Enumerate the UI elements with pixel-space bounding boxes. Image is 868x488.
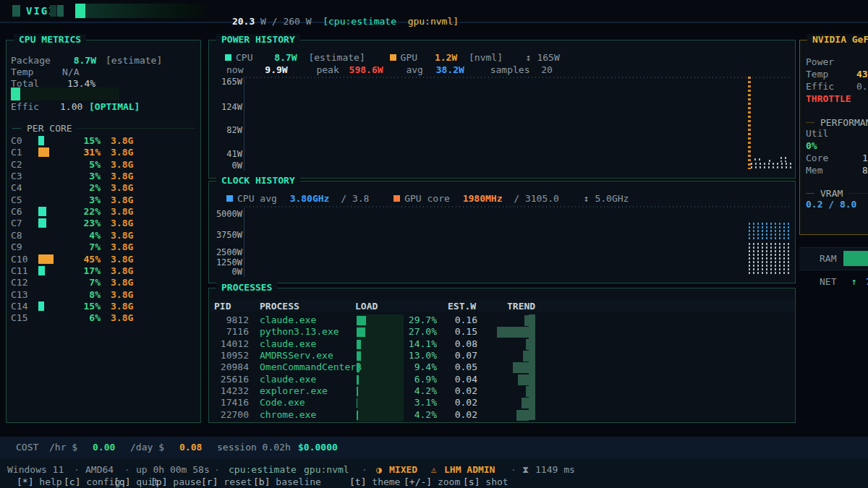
clock-ytick: 2500W [212, 247, 242, 257]
core-row: C131%3.8G [7, 147, 199, 158]
clock-ytick: 1250W [212, 257, 242, 267]
core-row: C25%3.8G [7, 159, 199, 171]
process-name: claude.exe [260, 374, 316, 385]
power-ytick: 41W [212, 149, 242, 159]
shortcut-key: [c] [64, 476, 80, 487]
process-row: 9812claude.exe29.7%0.16 [209, 314, 793, 326]
process-load-bar [357, 375, 359, 385]
core-pct: 2% [57, 182, 101, 193]
gpu-source-tag: gpu:nvml] [408, 16, 459, 27]
shortcut-key: [*] [17, 476, 33, 487]
core-pct: 22% [57, 206, 101, 217]
process-pid: 20984 [214, 361, 249, 372]
gpu-power-value: 1.2W [435, 52, 457, 63]
core-name: C5 [11, 194, 22, 205]
process-est-watts: 0.05 [430, 361, 477, 372]
avg-value: 38.2W [436, 64, 464, 75]
help-shortcut[interactable]: [b] baseline [253, 476, 321, 487]
process-row: 14012claude.exe14.1%0.08 [209, 338, 793, 350]
separator-dot: · [124, 464, 130, 475]
shortcut-key: [s] [463, 476, 480, 487]
process-trend-segment [524, 315, 529, 326]
core-name: C9 [11, 241, 22, 252]
process-pid: 25616 [214, 374, 249, 385]
status-gpu-source: gpu:nvml [304, 464, 349, 475]
power-range: ↕ 165W [526, 52, 560, 63]
status-area: Windows 11 · AMD64 · up 0h 00m 58s · cpu… [0, 458, 868, 488]
shortcut-label: help [39, 476, 61, 487]
effic-tag: [OPTIMAL] [89, 101, 140, 112]
core-row: C53%3.8G [7, 194, 199, 206]
process-row: 17416Code.exe3.1%0.02 [209, 397, 793, 408]
core-row: C723%3.8G [7, 218, 199, 229]
core-load-bar [38, 266, 45, 275]
help-shortcut[interactable]: [p] pause [150, 476, 201, 487]
power-series-dots [779, 156, 789, 162]
help-shortcut[interactable]: [*] help [17, 476, 62, 487]
cpu-power-value: 8.7W [274, 52, 297, 63]
core-name: C13 [11, 289, 27, 300]
gpu-core-label: Core [806, 153, 828, 163]
package-label: Package [11, 55, 51, 66]
power-ytick: 165W [212, 77, 242, 87]
core-row: C156%3.8G [7, 312, 199, 324]
cpu-clock-label: CPU avg [237, 193, 277, 204]
core-row: C84%3.8G [7, 230, 199, 241]
process-load-bar [357, 398, 357, 408]
core-name: C4 [11, 182, 22, 193]
power-series-dots [749, 162, 791, 168]
shortcut-label: shot [485, 476, 508, 487]
process-load-bar [357, 316, 366, 325]
gpu-util-value: 0% [806, 140, 817, 151]
shortcut-key: [q] [114, 476, 130, 487]
process-est-watts: 0.02 [430, 409, 477, 420]
status-cpu-source: cpu:estimate [229, 464, 297, 475]
cpu-metrics-panel: CPU METRICS Package 8.7W [estimate] Temp… [6, 40, 201, 423]
status-warning: LHM ADMIN [444, 464, 495, 475]
core-row: C015%3.8G [7, 135, 199, 147]
temp-label: Temp [11, 67, 33, 77]
process-row: 25616claude.exe6.9%0.04 [209, 374, 793, 385]
cost-hr-label: /hr $ [49, 442, 77, 453]
process-pid: 14232 [214, 385, 249, 396]
net-label: NET [820, 276, 836, 287]
cpu-clock-value: 3.80GHz [290, 193, 330, 204]
core-freq: 3.8G [111, 147, 133, 158]
core-name: C11 [11, 265, 27, 276]
help-shortcut[interactable]: [+/-] zoom [404, 476, 460, 487]
process-est-watts: 0.02 [430, 397, 477, 408]
clock-legend: CPU avg 3.80GHz / 3.8 GPU core 1980MHz /… [226, 193, 629, 204]
help-shortcut[interactable]: [r] reset [201, 476, 252, 487]
core-freq: 3.8G [111, 182, 133, 193]
separator-dot: · [362, 464, 367, 475]
clock-y-axis [244, 207, 244, 277]
help-shortcut[interactable]: [c] config [64, 476, 120, 487]
latency-icon: ⧗ [522, 464, 529, 476]
power-legend: CPU 8.7W [estimate] GPU 1.2W [nvml] ↕ 16… [225, 52, 560, 63]
help-shortcut[interactable]: [t] theme [349, 476, 400, 487]
samples-label: samples [490, 64, 530, 75]
cost-bar: COST /hr $ 0.00 /day $ 0.08 session 0.02… [0, 437, 868, 458]
clock-range: ↕ 5.0GHz [584, 193, 629, 204]
help-shortcut[interactable]: [s] shot [463, 476, 509, 487]
gauge-block-icon [57, 5, 64, 17]
core-name: C3 [11, 171, 22, 181]
process-name: Code.exe [260, 397, 305, 408]
shortcut-key: [t] [349, 476, 366, 487]
core-pct: 5% [57, 159, 101, 170]
core-name: C0 [11, 135, 22, 146]
shortcut-key: [+/-] [404, 476, 432, 487]
process-trend-segment [497, 327, 529, 338]
core-freq: 3.8G [111, 289, 133, 300]
shortcut-key: [r] [201, 476, 218, 487]
package-tag: [estimate] [106, 55, 162, 66]
ram-strip: RAM [799, 247, 868, 270]
process-rows: 9812claude.exe29.7%0.167116python3.13.ex… [209, 288, 793, 421]
mode-icon: ◑ [376, 464, 382, 475]
process-trend-segment [518, 374, 529, 385]
gpu-temp-label: Temp [806, 69, 828, 80]
core-row: C127%3.8G [7, 277, 199, 288]
gpu-clock-series-dots [747, 242, 792, 275]
cpu-legend-swatch-icon [225, 54, 231, 61]
gpu-temp-value: 43 [856, 69, 868, 80]
